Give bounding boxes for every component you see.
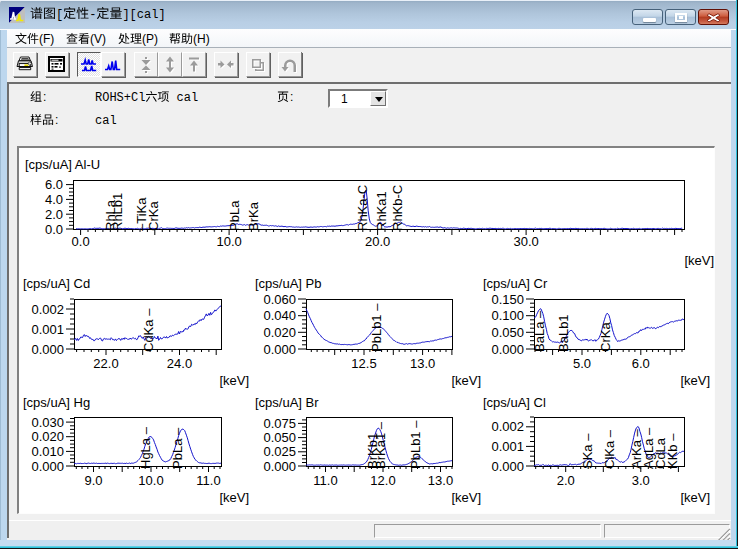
svg-text:12.5: 12.5 [351,356,376,371]
svg-text:0.150: 0.150 [491,292,524,307]
svg-text:RhKa1: RhKa1 [374,191,389,231]
svg-text:0.000: 0.000 [263,459,296,474]
svg-text:0.050: 0.050 [491,325,524,340]
svg-text:0.075: 0.075 [263,416,296,431]
svg-text:BrKa: BrKa [246,201,261,231]
svg-text::: : [290,90,293,104]
svg-text:0.002: 0.002 [31,302,64,317]
svg-text:4.0: 4.0 [45,192,63,207]
svg-text::: : [43,90,46,104]
svg-text:HgLa –: HgLa – [138,426,153,469]
svg-text:12.0: 12.0 [370,473,395,488]
svg-text:BaLb1: BaLb1 [556,314,571,352]
svg-text:[: [ [56,8,63,22]
svg-text:[keV]: [keV] [680,373,710,388]
svg-text:BaLa –: BaLa – [532,310,547,352]
svg-text:5.0: 5.0 [573,356,591,371]
svg-text:0.060: 0.060 [263,292,296,307]
svg-text::: : [55,113,58,127]
svg-text:0.0: 0.0 [45,222,63,237]
svg-text:PbLb1 –: PbLb1 – [408,420,423,469]
svg-text:20.0: 20.0 [365,234,390,249]
svg-text:[keV]: [keV] [451,373,481,388]
svg-text:0.000: 0.000 [491,459,524,474]
svg-text:CrKa: CrKa [146,201,161,231]
svg-text:[keV]: [keV] [219,373,249,388]
svg-text:2.0: 2.0 [557,473,575,488]
svg-text:0.040: 0.040 [263,308,296,323]
svg-text:cal: cal [177,91,199,105]
svg-text:SKa –: SKa – [580,433,595,469]
svg-text:0.000: 0.000 [263,342,296,357]
svg-text:[cps/uA] Br: [cps/uA] Br [255,395,319,410]
svg-text:11.0: 11.0 [313,473,337,488]
svg-text:10.0: 10.0 [138,473,163,488]
svg-text:13.0: 13.0 [410,356,435,371]
svg-text:0.002: 0.002 [491,419,524,434]
svg-text:6.0: 6.0 [632,356,650,371]
svg-text:(F): (F) [39,32,54,46]
svg-text:(V): (V) [90,32,106,46]
svg-text:30.0: 30.0 [513,234,538,249]
svg-text:RhLb1: RhLb1 [110,193,125,231]
svg-text:PbLb1 –: PbLb1 – [369,303,384,352]
svg-text:[cps/uA] Cr: [cps/uA] Cr [483,276,548,291]
svg-text:(P): (P) [142,32,158,46]
svg-text:0.000: 0.000 [491,342,524,357]
svg-text:[keV]: [keV] [680,490,710,505]
svg-text:0.050: 0.050 [263,430,296,445]
svg-text:0.025: 0.025 [263,444,296,459]
svg-text:PbLa: PbLa [227,200,242,231]
svg-text:2.0: 2.0 [45,207,63,222]
svg-text:PbLa –: PbLa – [170,427,185,469]
svg-text:[keV]: [keV] [684,253,714,268]
svg-text:ROHS+Cl: ROHS+Cl [95,91,145,105]
svg-text:ClKa –: ClKa – [602,429,617,469]
svg-text:0.030: 0.030 [31,415,64,430]
svg-text:9.0: 9.0 [84,473,102,488]
svg-text:6.0: 6.0 [45,177,63,192]
svg-text:CdKa –: CdKa – [141,308,156,352]
svg-text:cal: cal [95,114,117,128]
svg-text:RhKa-C: RhKa-C [355,185,370,231]
svg-text:0.000: 0.000 [31,342,64,357]
svg-text:[cps/uA] Hg: [cps/uA] Hg [23,395,90,410]
svg-text:3.0: 3.0 [632,473,650,488]
svg-text:11.0: 11.0 [196,473,220,488]
svg-text:10.0: 10.0 [216,234,241,249]
svg-text:[cps/uA] Cl: [cps/uA] Cl [483,395,546,410]
svg-text:(H): (H) [193,32,210,46]
svg-text:24.0: 24.0 [167,356,192,371]
svg-text:0.0: 0.0 [72,234,90,249]
svg-text:[cps/uA] Al-U: [cps/uA] Al-U [25,157,100,172]
svg-text:0.020: 0.020 [31,429,64,444]
svg-text:0.010: 0.010 [31,444,64,459]
svg-text:RhKb-C: RhKb-C [390,185,405,231]
svg-text:BrKa1 –: BrKa1 – [373,421,388,469]
svg-text:[keV]: [keV] [219,490,249,505]
svg-text:-: - [89,8,96,22]
svg-text:0.100: 0.100 [491,308,524,323]
svg-text:CrKa: CrKa [598,322,613,352]
svg-text:22.0: 22.0 [93,356,118,371]
svg-text:[cps/uA] Pb: [cps/uA] Pb [255,276,321,291]
svg-text:][cal]: ][cal] [122,8,165,22]
svg-text:[cps/uA] Cd: [cps/uA] Cd [23,276,90,291]
svg-text:13.0: 13.0 [428,473,453,488]
svg-text:0.000: 0.000 [31,459,64,474]
svg-text:KKb –: KKb – [665,433,680,469]
svg-text:0.020: 0.020 [263,325,296,340]
svg-text:0.001: 0.001 [31,322,64,337]
svg-text:0.001: 0.001 [491,439,524,454]
svg-text:[keV]: [keV] [451,490,481,505]
